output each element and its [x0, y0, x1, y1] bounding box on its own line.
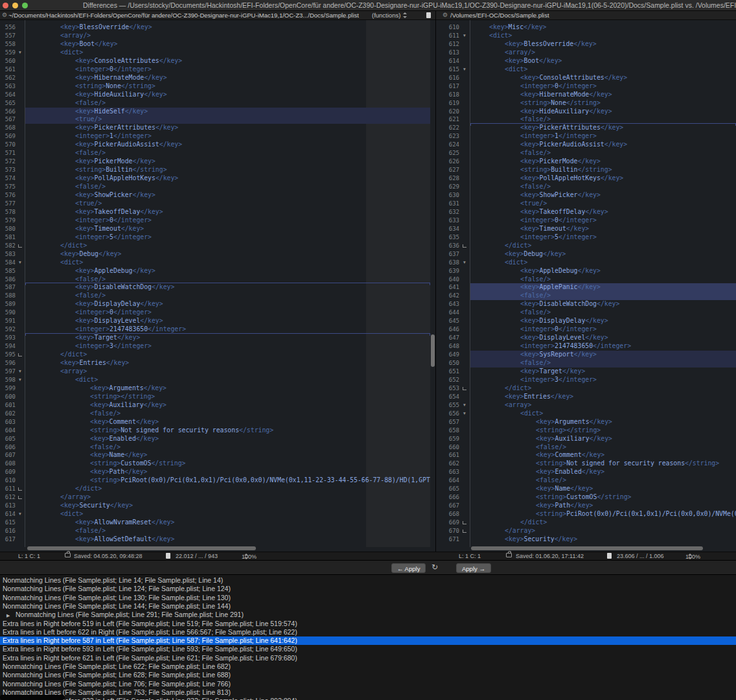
diff-row[interactable]: Extra lines in Right before 621 in Left … — [0, 654, 736, 662]
code-line[interactable]: 561<integer>0</integer> — [0, 65, 435, 74]
code-line[interactable]: 583<key>Debug</key> — [0, 250, 435, 259]
fold-open-icon[interactable]: ▾ — [461, 259, 468, 267]
minimize-button[interactable] — [12, 3, 18, 8]
document-proxy-icon[interactable] — [426, 12, 431, 18]
code-line[interactable]: 650<false/> — [436, 359, 736, 368]
code-line[interactable]: 560<key>ConsoleAttributes</key> — [0, 57, 435, 65]
code-line[interactable]: 571<false/> — [0, 149, 435, 158]
code-line[interactable]: 619<string>None</string> — [436, 99, 736, 108]
code-line[interactable]: 617<integer>0</integer> — [436, 82, 736, 91]
code-line[interactable]: 639<key>AppleDebug</key> — [436, 267, 736, 275]
code-line[interactable]: 669</dict> — [436, 519, 736, 527]
unlocked-icon[interactable] — [506, 553, 512, 557]
code-line[interactable]: 667<key>Path</key> — [436, 502, 736, 510]
fold-open-icon[interactable]: ▾ — [17, 368, 23, 376]
code-line[interactable]: 592<integer>2147483650</integer> — [0, 325, 435, 334]
fold-open-icon[interactable]: ▾ — [17, 259, 23, 267]
horizontal-scrollbar-thumb[interactable] — [27, 546, 256, 550]
code-line[interactable]: 647<key>DisplayLevel</key> — [436, 334, 736, 342]
fold-open-icon[interactable]: ▾ — [17, 49, 23, 57]
left-editor-pane[interactable]: 556<key>BlessOverride</key>557<array/>55… — [0, 20, 435, 552]
code-line[interactable]: 600<string></string> — [0, 393, 435, 401]
code-line[interactable]: 612<key>BlessOverride</key> — [436, 40, 736, 49]
code-line[interactable]: 565<false/> — [0, 99, 435, 108]
code-line[interactable]: 654<key>Entries</key> — [436, 393, 736, 401]
code-line[interactable]: 573<string>Builtin</string> — [0, 166, 435, 174]
fold-open-icon[interactable]: ▾ — [461, 401, 468, 410]
code-line[interactable]: 603<key>Comment</key> — [0, 418, 435, 426]
code-line[interactable]: 628<key>PollAppleHotKeys</key> — [436, 174, 736, 183]
code-line[interactable]: 598▾<dict> — [0, 376, 435, 384]
vertical-scrollbar-thumb[interactable] — [431, 334, 435, 367]
code-line[interactable]: 558<key>Boot</key> — [0, 40, 435, 49]
code-line[interactable]: 568<key>PickerAttributes</key> — [0, 124, 435, 132]
recompare-icon[interactable]: ↻ — [431, 563, 438, 572]
code-line[interactable]: 635<integer>5</integer> — [436, 233, 736, 242]
code-line[interactable]: 657<key>Arguments</key> — [436, 418, 736, 426]
diff-row[interactable]: Extra lines in Right before 593 in Left … — [0, 645, 736, 653]
code-line[interactable]: 626<key>PickerMode</key> — [436, 158, 736, 166]
code-line[interactable]: 637<key>Debug</key> — [436, 250, 736, 259]
code-line[interactable]: 602<false/> — [0, 410, 435, 418]
code-line[interactable]: 656▾<dict> — [436, 410, 736, 418]
code-line[interactable]: 610<key>Misc</key> — [436, 23, 736, 32]
code-line[interactable]: 610<string>PciRoot(0x0)/Pci(0x1,0x1)/Pci… — [0, 476, 435, 485]
code-line[interactable]: 601<key>Auxiliary</key> — [0, 401, 435, 410]
code-line[interactable]: 615▾<dict> — [436, 65, 736, 74]
horizontal-scrollbar-thumb[interactable] — [471, 546, 703, 550]
code-line[interactable]: 606<false/> — [0, 443, 435, 452]
code-line[interactable]: 631<true/> — [436, 200, 736, 208]
code-line[interactable]: 569<integer>1</integer> — [0, 132, 435, 141]
gear-icon[interactable]: ⚙ — [443, 12, 448, 18]
zoom-button[interactable] — [22, 3, 28, 8]
code-line[interactable]: 596<key>Entries</key> — [0, 359, 435, 368]
code-line[interactable]: 634<key>Timeout</key> — [436, 225, 736, 233]
fold-open-icon[interactable]: ▾ — [461, 65, 468, 74]
diff-row[interactable]: Extra lines in Left before 622 in Right … — [0, 628, 736, 636]
code-line[interactable]: 624<key>PickerAudioAssist</key> — [436, 141, 736, 149]
code-line[interactable]: 591<key>DisplayLevel</key> — [0, 317, 435, 325]
code-line[interactable]: 659<key>Auxiliary</key> — [436, 435, 736, 443]
fold-open-icon[interactable]: ▾ — [461, 410, 468, 418]
list-horizontal-scrollbar-thumb[interactable] — [0, 695, 65, 700]
diff-row[interactable]: Nonmatching Lines (File Sample.plist; Li… — [0, 594, 736, 602]
code-line[interactable]: 664<false/> — [436, 476, 736, 485]
code-line[interactable]: 645<key>DisplayDelay</key> — [436, 317, 736, 325]
code-line[interactable]: 613<key>Security</key> — [0, 502, 435, 510]
code-line[interactable]: 581<integer>5</integer> — [0, 233, 435, 242]
code-line[interactable]: 666<string>CustomOS</string> — [436, 493, 736, 502]
code-line[interactable]: 640<false/> — [436, 275, 736, 284]
code-line[interactable]: 621<false/> — [436, 115, 736, 124]
code-line[interactable]: 629<false/> — [436, 183, 736, 191]
code-line[interactable]: 607<key>Name</key> — [0, 451, 435, 460]
code-line[interactable]: 662<string>Not signed for security reaso… — [436, 460, 736, 468]
code-line[interactable]: 653</dict> — [436, 384, 736, 393]
code-line[interactable]: 593<key>Target</key> — [0, 334, 435, 342]
disclosure-icon[interactable]: ▶ — [3, 611, 16, 619]
code-line[interactable]: 609<key>Path</key> — [0, 468, 435, 476]
code-line[interactable]: 614<key>Boot</key> — [436, 57, 736, 65]
diff-row[interactable]: Extra lines in Right before 587 in Left … — [0, 636, 736, 645]
apply-left-button[interactable]: ← Apply — [391, 563, 426, 573]
code-line[interactable]: 627<string>Builtin</string> — [436, 166, 736, 174]
code-line[interactable]: 660<false/> — [436, 443, 736, 452]
code-line[interactable]: 564<key>HideAuxiliary</key> — [0, 91, 435, 99]
code-line[interactable]: 579<integer>0</integer> — [0, 216, 435, 225]
code-line[interactable]: 557<array/> — [0, 32, 435, 40]
unlocked-icon[interactable] — [65, 553, 71, 557]
code-line[interactable]: 625<false/> — [436, 149, 736, 158]
code-line[interactable]: 597▾<array> — [0, 368, 435, 376]
code-line[interactable]: 622<key>PickerAttributes</key> — [436, 124, 736, 132]
diff-row[interactable]: Nonmatching Lines (File Sample.plist; Li… — [0, 602, 736, 611]
diff-row[interactable]: Nonmatching Lines (File Sample.plist; Li… — [0, 688, 736, 697]
close-button[interactable] — [3, 3, 8, 8]
diff-row[interactable]: Nonmatching Lines (File Sample.plist; Li… — [0, 671, 736, 679]
fold-open-icon[interactable]: ▾ — [461, 32, 468, 40]
code-line[interactable]: 614▾<dict> — [0, 510, 435, 519]
code-line[interactable]: 572<key>PickerMode</key> — [0, 158, 435, 166]
code-line[interactable]: 620<key>HideAuxiliary</key> — [436, 108, 736, 116]
code-line[interactable]: 638▾<dict> — [436, 259, 736, 267]
code-line[interactable]: 559▾<dict> — [0, 49, 435, 57]
fold-open-icon[interactable]: ▾ — [17, 376, 23, 384]
code-line[interactable]: 670</array> — [436, 527, 736, 535]
